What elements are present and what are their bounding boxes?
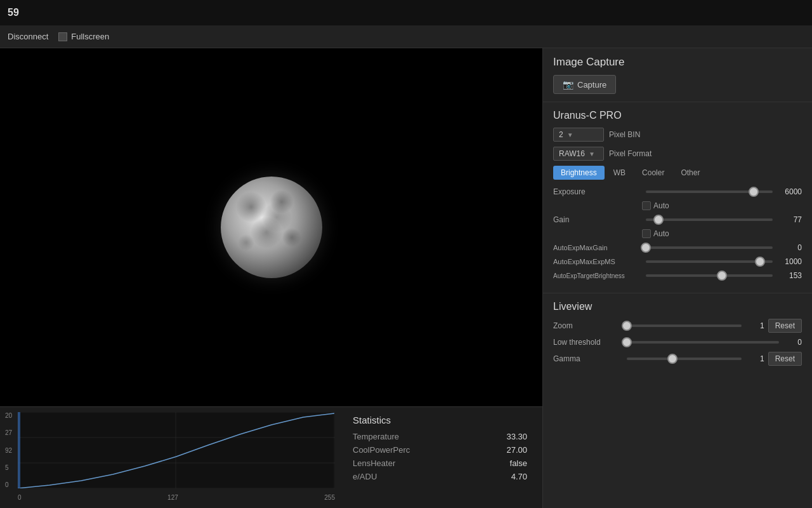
- hist-y-label: 20: [5, 412, 12, 419]
- histogram-y-labels: 20 27 92 5 0: [5, 412, 12, 501]
- zoom-row: Zoom 1 Reset: [553, 319, 802, 333]
- stat-value-eadu: 4.70: [511, 472, 527, 481]
- tab-cooler[interactable]: Cooler: [634, 166, 672, 180]
- auto-exp-target-row: AutoExpTargetBrightness 153: [553, 271, 802, 280]
- zoom-value: 1: [745, 321, 764, 330]
- exposure-auto-checkbox[interactable]: [642, 201, 651, 210]
- liveview-section: Liveview Zoom 1 Reset Low threshold 0: [543, 293, 812, 378]
- stat-value-lensheater: false: [510, 458, 527, 468]
- hist-y-label: 92: [5, 447, 12, 454]
- low-threshold-label: Low threshold: [553, 338, 623, 347]
- auto-exp-max-gain-row: AutoExpMaxGain 0: [553, 243, 802, 252]
- disconnect-button[interactable]: Disconnect: [8, 32, 48, 41]
- auto-exp-max-gain-value: 0: [776, 243, 802, 252]
- low-threshold-row: Low threshold 0: [553, 338, 802, 347]
- titlebar: 59: [0, 0, 812, 25]
- exposure-label: Exposure: [553, 187, 642, 196]
- moon-image: [221, 177, 322, 278]
- fullscreen-checkbox[interactable]: [58, 32, 67, 41]
- gamma-reset-button[interactable]: Reset: [768, 352, 802, 366]
- low-threshold-value: 0: [783, 338, 802, 347]
- stat-row-temperature: Temperature 33.30: [353, 432, 527, 441]
- auto-exp-max-gain-thumb[interactable]: [641, 243, 651, 253]
- statistics-title: Statistics: [353, 415, 527, 425]
- gain-slider[interactable]: [646, 218, 773, 221]
- gamma-slider[interactable]: [627, 358, 742, 360]
- toolbar: Disconnect Fullscreen: [0, 25, 812, 48]
- exposure-slider-row: Exposure 6000: [553, 187, 802, 196]
- pixel-bin-dropdown[interactable]: 2 ▼: [553, 128, 604, 142]
- low-threshold-thumb[interactable]: [622, 337, 632, 347]
- auto-exp-target-value: 153: [776, 271, 802, 280]
- auto-exp-max-exp-value: 1000: [776, 257, 802, 266]
- auto-exp-max-gain-label: AutoExpMaxGain: [553, 244, 642, 251]
- exposure-thumb[interactable]: [749, 187, 759, 197]
- stat-label-temperature: Temperature: [353, 432, 399, 441]
- pixel-format-label: Pixel Format: [609, 149, 652, 158]
- exposure-slider[interactable]: [646, 190, 773, 193]
- auto-exp-target-label: AutoExpTargetBrightness: [553, 272, 642, 279]
- image-view: [0, 48, 542, 406]
- tab-other[interactable]: Other: [673, 166, 707, 180]
- auto-exp-max-exp-slider[interactable]: [646, 260, 773, 263]
- hist-y-label: 27: [5, 429, 12, 436]
- hist-x-255: 255: [324, 494, 335, 501]
- histogram-chart: 20 27 92 5 0: [5, 412, 335, 501]
- statistics-panel: Statistics Temperature 33.30 CoolPowerPe…: [343, 412, 537, 503]
- pixel-format-row: RAW16 ▼ Pixel Format: [553, 147, 802, 161]
- gain-auto-label[interactable]: Auto: [642, 229, 669, 238]
- gamma-row: Gamma 1 Reset: [553, 352, 802, 366]
- gain-auto-row: Auto: [553, 229, 802, 238]
- auto-exp-max-gain-slider[interactable]: [646, 246, 773, 249]
- zoom-label: Zoom: [553, 321, 623, 330]
- zoom-reset-button[interactable]: Reset: [768, 319, 802, 333]
- exposure-auto-label[interactable]: Auto: [642, 201, 669, 210]
- auto-exp-target-slider[interactable]: [646, 274, 773, 277]
- stat-row-lensheater: LensHeater false: [353, 458, 527, 468]
- stat-label-lensheater: LensHeater: [353, 458, 395, 468]
- svg-rect-8: [18, 412, 20, 488]
- pixel-bin-arrow: ▼: [567, 131, 573, 138]
- stat-value-temperature: 33.30: [506, 432, 527, 441]
- auto-exp-max-exp-row: AutoExpMaxExpMS 1000: [553, 257, 802, 266]
- capture-label: Capture: [577, 80, 606, 90]
- histogram-x-labels: 0 127 255: [18, 494, 335, 501]
- fullscreen-label: Fullscreen: [71, 32, 109, 41]
- pixel-format-value: RAW16: [559, 149, 585, 158]
- tab-brightness[interactable]: Brightness: [553, 166, 605, 180]
- titlebar-number: 59: [8, 7, 19, 18]
- gamma-thumb[interactable]: [667, 354, 678, 364]
- histogram-panel: 20 27 92 5 0: [0, 406, 542, 508]
- auto-exp-max-exp-thumb[interactable]: [755, 257, 765, 267]
- stat-row-eadu: e/ADU 4.70: [353, 472, 527, 481]
- gain-auto-text: Auto: [653, 229, 669, 238]
- auto-exp-max-exp-label: AutoExpMaxExpMS: [553, 258, 642, 265]
- pixel-format-dropdown[interactable]: RAW16 ▼: [553, 147, 604, 161]
- capture-button[interactable]: 📷 Capture: [553, 75, 616, 94]
- liveview-title: Liveview: [553, 301, 802, 312]
- pixel-bin-label: Pixel BIN: [609, 130, 640, 139]
- stat-row-coolpowerperc: CoolPowerPerc 27.00: [353, 445, 527, 455]
- exposure-value: 6000: [776, 187, 802, 196]
- tab-wb[interactable]: WB: [606, 166, 633, 180]
- zoom-thumb[interactable]: [622, 321, 632, 331]
- pixel-bin-row: 2 ▼ Pixel BIN: [553, 128, 802, 142]
- image-capture-title: Image Capture: [553, 56, 802, 69]
- camera-tabs: Brightness WB Cooler Other: [553, 166, 802, 180]
- histogram-svg: [18, 412, 335, 488]
- right-panel: Image Capture 📷 Capture Uranus-C PRO 2 ▼…: [542, 48, 812, 508]
- hist-y-label: 0: [5, 481, 12, 488]
- left-panel: 20 27 92 5 0: [0, 48, 542, 508]
- svg-rect-0: [18, 412, 335, 488]
- gain-auto-checkbox[interactable]: [642, 229, 651, 238]
- gain-slider-row: Gain 77: [553, 215, 802, 224]
- pixel-bin-value: 2: [559, 130, 563, 139]
- fullscreen-container: Fullscreen: [58, 32, 109, 41]
- gain-thumb[interactable]: [653, 215, 664, 225]
- zoom-slider[interactable]: [627, 324, 742, 327]
- gain-value: 77: [776, 215, 802, 224]
- gamma-value: 1: [745, 354, 764, 363]
- gamma-label: Gamma: [553, 354, 623, 363]
- auto-exp-target-thumb[interactable]: [717, 271, 727, 281]
- low-threshold-slider[interactable]: [627, 341, 779, 344]
